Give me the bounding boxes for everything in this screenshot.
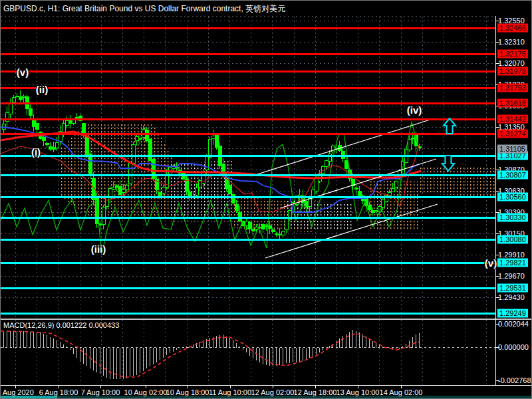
- candle-body: [371, 211, 374, 213]
- candle-body: [55, 143, 59, 148]
- candle-body: [49, 147, 52, 150]
- candle-body: [278, 235, 281, 235]
- candle-body: [235, 205, 238, 211]
- candle-body: [344, 160, 348, 168]
- candle-body: [108, 189, 112, 197]
- candle-body: [308, 199, 311, 207]
- candle-body: [285, 219, 288, 229]
- candle-body: [45, 143, 49, 145]
- candle-body: [42, 138, 45, 141]
- scrollbar-thumb[interactable]: [1, 396, 57, 399]
- candle-body: [112, 188, 115, 190]
- candle-body: [22, 96, 25, 98]
- indicator-name: MACD(12,26,9): [3, 321, 54, 329]
- candle-body: [165, 176, 168, 188]
- candle-body: [29, 108, 32, 115]
- ichimoku-cloud: [61, 124, 495, 232]
- candle-body: [261, 225, 265, 229]
- candle-body: [228, 186, 231, 194]
- candle-body: [35, 123, 39, 129]
- candle-body: [231, 194, 235, 203]
- candle-body: [354, 188, 358, 190]
- candle-body: [128, 164, 132, 184]
- candle-body: [368, 205, 371, 210]
- candle-body: [275, 233, 278, 234]
- chart-title: GBPUSD.c, H1: Great Britain Pound vs US …: [3, 3, 285, 15]
- candle-body: [15, 96, 19, 97]
- candle-body: [132, 144, 135, 163]
- candle-body: [265, 225, 268, 226]
- candle-body: [65, 121, 68, 126]
- candle-body: [145, 130, 148, 141]
- candle-body: [195, 188, 198, 196]
- candle-body: [138, 138, 142, 140]
- candle-body: [245, 221, 248, 226]
- candle-body: [148, 139, 152, 161]
- candle-body: [325, 161, 328, 167]
- candle-body: [32, 119, 35, 126]
- candle-body: [391, 188, 394, 192]
- macd-pane: [1, 330, 420, 379]
- candle-body: [288, 211, 291, 220]
- indicator-label: MACD(12,26,9) 0.001222 0.000433: [3, 321, 119, 329]
- candle-body: [85, 136, 88, 154]
- candle-body: [281, 231, 285, 235]
- candle-body: [125, 185, 128, 190]
- indicator-value: 0.001222: [56, 321, 86, 329]
- candle-body: [374, 210, 378, 211]
- candle-body: [411, 138, 414, 138]
- candle-body: [271, 230, 275, 231]
- candle-body: [9, 104, 12, 114]
- candle-body: [381, 199, 384, 207]
- indicator-signal: 0.000433: [88, 321, 119, 329]
- up-arrow-icon[interactable]: [444, 118, 456, 134]
- candle-body: [52, 148, 55, 149]
- candle-body: [102, 207, 105, 225]
- candle-body: [118, 187, 122, 194]
- candle-body: [12, 97, 15, 102]
- candle-body: [62, 123, 65, 132]
- candle-body: [88, 154, 92, 176]
- candle-body: [215, 134, 218, 147]
- candle-body: [75, 118, 78, 118]
- candle-body: [248, 222, 251, 229]
- candle-body: [162, 187, 165, 193]
- candle-body: [315, 178, 318, 191]
- chart-window[interactable]: GBPUSD.c, H1: Great Britain Pound vs US …: [0, 0, 532, 399]
- cloud-region: [420, 166, 495, 197]
- candle-body: [122, 190, 125, 192]
- candle-body: [105, 197, 108, 207]
- candle-body: [211, 136, 215, 139]
- candle-body: [135, 136, 138, 140]
- candle-body: [394, 181, 398, 187]
- pane-separator: [1, 319, 532, 320]
- candle-body: [19, 97, 22, 100]
- candle-body: [115, 186, 118, 188]
- chart-canvas[interactable]: [1, 1, 532, 399]
- candle-body: [251, 229, 255, 231]
- horizontal-scrollbar[interactable]: [1, 396, 532, 399]
